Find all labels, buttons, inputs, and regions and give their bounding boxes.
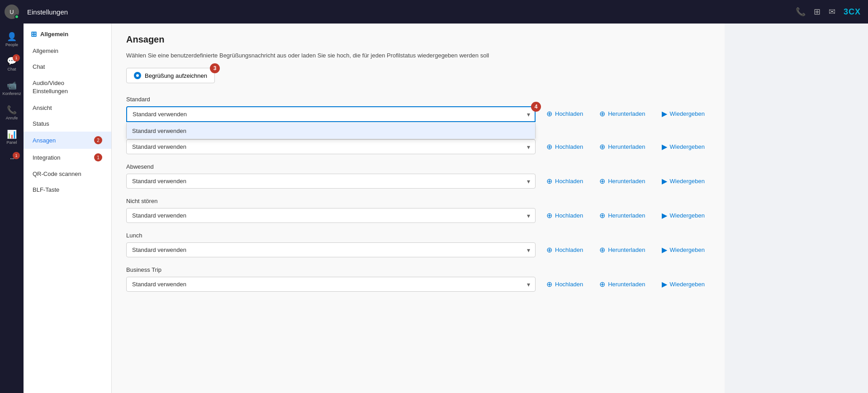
dropdown-abwesend-wrapper: Standard verwenden ▾: [126, 174, 536, 189]
sidebar-item-more[interactable]: ··· 1: [0, 149, 24, 169]
upload-button-business-trip[interactable]: ⊕ Hochladen: [541, 277, 588, 292]
download-icon-standard: ⊕: [599, 109, 605, 118]
sidebar-item-calls[interactable]: 📞 Anrufe: [0, 100, 24, 125]
section-business-trip: Business Trip Standard verwenden ▾ ⊕ Hoc…: [126, 266, 710, 292]
panel-icon: 📊: [7, 129, 17, 139]
download-icon-lunch: ⊕: [599, 246, 605, 254]
play-icon-nicht-stoeren: ▶: [662, 211, 667, 220]
upload-icon-standard2: ⊕: [546, 142, 552, 151]
nav-item-ansicht[interactable]: Ansicht: [24, 100, 111, 116]
nav-item-integration[interactable]: Integration 1: [24, 149, 111, 166]
section-standard-label: Standard: [126, 96, 710, 103]
dropdown-standard[interactable]: Standard verwenden: [126, 106, 536, 122]
avatar[interactable]: U: [5, 5, 19, 19]
upload-icon-nicht-stoeren: ⊕: [546, 211, 552, 220]
nav-item-audio-video[interactable]: Audio/VideoEinstellungen: [24, 75, 111, 100]
dropdown-nicht-stoeren-wrapper: Standard verwenden ▾: [126, 208, 536, 223]
dropdown-nicht-stoeren[interactable]: Standard verwenden: [126, 208, 536, 223]
grid-icon[interactable]: ⊞: [814, 7, 821, 17]
step3-badge: 3: [210, 63, 220, 73]
play-icon-business-trip: ▶: [662, 280, 667, 289]
download-icon-nicht-stoeren: ⊕: [599, 211, 605, 220]
play-icon-abwesend: ▶: [662, 177, 667, 185]
section-nicht-stoeren-label: Nicht stören: [126, 198, 710, 204]
dropdown-business-trip[interactable]: Standard verwenden: [126, 277, 536, 292]
dropdown-standard2[interactable]: Standard verwenden: [126, 139, 536, 154]
nav-item-blf-taste[interactable]: BLF-Taste: [24, 182, 111, 198]
nav-item-ansagen[interactable]: Ansagen 2: [24, 132, 111, 149]
dropdown-business-trip-wrapper: Standard verwenden ▾: [126, 277, 536, 292]
download-icon-business-trip: ⊕: [599, 280, 605, 289]
play-button-standard[interactable]: ▶ Wiedergeben: [656, 106, 710, 121]
download-button-standard2[interactable]: ⊕ Herunterladen: [594, 139, 650, 154]
nav-item-qr-code[interactable]: QR-Code scannen: [24, 166, 111, 182]
download-button-business-trip[interactable]: ⊕ Herunterladen: [594, 277, 650, 292]
play-icon-lunch: ▶: [662, 246, 667, 254]
people-label: People: [5, 43, 18, 47]
calls-label: Anrufe: [6, 116, 18, 120]
dropdown-option-standard[interactable]: Standard verwenden: [127, 123, 535, 139]
sidebar-item-people[interactable]: 👤 People: [0, 27, 24, 52]
sidebar-item-chat[interactable]: 💬 Chat 1: [0, 52, 24, 76]
play-button-business-trip[interactable]: ▶ Wiedergeben: [656, 277, 710, 292]
integration-badge: 1: [94, 153, 102, 161]
phone-icon[interactable]: 📞: [796, 7, 806, 17]
section-business-trip-label: Business Trip: [126, 266, 710, 273]
upload-button-standard2[interactable]: ⊕ Hochladen: [541, 139, 588, 154]
upload-icon-lunch: ⊕: [546, 246, 552, 254]
avatar-online-dot: [14, 14, 19, 19]
upload-icon-abwesend: ⊕: [546, 177, 552, 185]
page-title: Einstellungen: [24, 8, 68, 16]
download-button-abwesend[interactable]: ⊕ Herunterladen: [594, 174, 650, 189]
more-badge: 1: [13, 152, 20, 159]
play-button-nicht-stoeren[interactable]: ▶ Wiedergeben: [656, 208, 710, 223]
logo-3cx: 3CX: [844, 7, 861, 17]
ansagen-badge: 2: [94, 136, 102, 144]
section-standard-row2: Standard verwenden ▾ ⊕ Hochladen ⊕ Herun…: [126, 139, 710, 154]
play-icon-standard2: ▶: [662, 142, 667, 151]
section-lunch: Lunch Standard verwenden ▾ ⊕ Hochladen ⊕…: [126, 232, 710, 257]
play-button-lunch[interactable]: ▶ Wiedergeben: [656, 242, 710, 257]
conference-icon: 📹: [7, 80, 17, 90]
nav-item-status[interactable]: Status: [24, 116, 111, 132]
upload-button-nicht-stoeren[interactable]: ⊕ Hochladen: [541, 208, 588, 223]
download-button-standard[interactable]: ⊕ Herunterladen: [594, 106, 650, 121]
calls-icon: 📞: [7, 105, 17, 115]
play-button-standard2[interactable]: ▶ Wiedergeben: [656, 139, 710, 154]
download-icon-abwesend: ⊕: [599, 177, 605, 185]
section-lunch-label: Lunch: [126, 232, 710, 239]
dropdown-lunch[interactable]: Standard verwenden: [126, 242, 536, 257]
conference-label: Konferenz: [2, 91, 21, 96]
play-icon-standard: ▶: [662, 109, 667, 118]
envelope-icon[interactable]: ✉: [829, 7, 835, 17]
upload-icon-standard: ⊕: [546, 109, 552, 118]
sidebar-item-panel[interactable]: 📊 Panel: [0, 125, 24, 149]
upload-icon-business-trip: ⊕: [546, 280, 552, 289]
people-icon: 👤: [7, 32, 17, 42]
nav-section-header: ⊞ Allgemein: [24, 24, 111, 43]
play-button-abwesend[interactable]: ▶ Wiedergeben: [656, 174, 710, 189]
dropdown-standard2-wrapper: Standard verwenden ▾: [126, 139, 536, 154]
sidebar-item-conference[interactable]: 📹 Konferenz: [0, 76, 24, 100]
upload-button-standard[interactable]: ⊕ Hochladen: [541, 106, 588, 121]
download-icon-standard2: ⊕: [599, 142, 605, 151]
record-button-label: Begrüßung aufzeichnen: [145, 72, 207, 79]
section-abwesend: Abwesend Standard verwenden ▾ ⊕ Hochlade…: [126, 163, 710, 189]
panel-label: Panel: [6, 140, 17, 145]
download-button-nicht-stoeren[interactable]: ⊕ Herunterladen: [594, 208, 650, 223]
content-description: Wählen Sie eine benutzerdefinierte Begrü…: [126, 52, 710, 59]
upload-button-lunch[interactable]: ⊕ Hochladen: [541, 242, 588, 257]
section-nicht-stoeren: Nicht stören Standard verwenden ▾ ⊕ Hoch…: [126, 198, 710, 223]
content-page-title: Ansagen: [126, 34, 710, 45]
record-radio-icon: [134, 72, 141, 79]
dropdown-standard-options[interactable]: Standard verwenden: [126, 123, 536, 139]
section-standard: Standard Standard verwenden ▾ Standard v…: [126, 96, 710, 122]
upload-button-abwesend[interactable]: ⊕ Hochladen: [541, 174, 588, 189]
chat-label: Chat: [7, 67, 16, 71]
record-button[interactable]: Begrüßung aufzeichnen: [126, 68, 215, 83]
download-button-lunch[interactable]: ⊕ Herunterladen: [594, 242, 650, 257]
dropdown-abwesend[interactable]: Standard verwenden: [126, 174, 536, 189]
dropdown-lunch-wrapper: Standard verwenden ▾: [126, 242, 536, 257]
nav-item-allgemein[interactable]: Allgemein: [24, 43, 111, 59]
nav-item-chat[interactable]: Chat: [24, 59, 111, 75]
